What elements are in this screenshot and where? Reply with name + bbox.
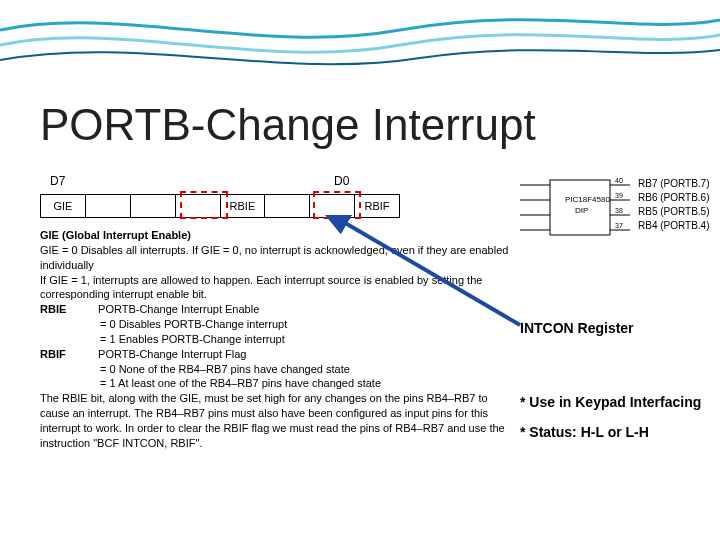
- pin-rb4: RB4 (PORTB.4): [638, 219, 710, 233]
- reg-cell-5: [265, 194, 310, 218]
- pin-rb7: RB7 (PORTB.7): [638, 177, 710, 191]
- bit-label-d7: D7: [50, 174, 65, 188]
- register-row: GIE RBIE RBIF: [40, 194, 400, 218]
- svg-text:DIP: DIP: [575, 206, 588, 215]
- rbie-label: RBIE: [40, 302, 95, 317]
- rbie-eq1: = 1 Enables PORTB-Change interrupt: [40, 332, 510, 347]
- side-notes: INTCON Register * Use in Keypad Interfac…: [520, 320, 715, 454]
- header-waves: [0, 0, 720, 80]
- svg-text:PIC18F4580: PIC18F4580: [565, 195, 610, 204]
- reg-cell-1: [86, 194, 131, 218]
- svg-text:40: 40: [615, 177, 623, 184]
- bit-label-d0: D0: [334, 174, 349, 188]
- reg-cell-3: [176, 194, 221, 218]
- gie-heading: GIE (Global Interrupt Enable): [40, 229, 191, 241]
- pin-diagram: PIC18F4580 DIP 40 39 38 37 RB7 (PORTB.7)…: [520, 175, 710, 259]
- note-keypad: * Use in Keypad Interfacing: [520, 394, 715, 410]
- rbie-eq0: = 0 Disables PORTB-Change interrupt: [40, 317, 510, 332]
- reg-cell-gie: GIE: [40, 194, 86, 218]
- rbif-eq0: = 0 None of the RB4–RB7 pins have change…: [40, 362, 510, 377]
- description-block: GIE (Global Interrupt Enable) GIE = 0 Di…: [40, 228, 510, 451]
- reg-cell-2: [131, 194, 176, 218]
- gie-line2: If GIE = 1, interrupts are allowed to ha…: [40, 274, 482, 301]
- content-area: D7 D0 GIE RBIE RBIF GIE (Global Interrup…: [30, 170, 570, 451]
- svg-text:38: 38: [615, 207, 623, 214]
- reg-cell-6: [310, 194, 355, 218]
- slide-title: PORTB-Change Interrupt: [40, 100, 536, 150]
- note-status: * Status: H-L or L-H: [520, 424, 715, 440]
- rbie-text: PORTB-Change Interrupt Enable: [98, 302, 498, 317]
- reg-cell-rbie: RBIE: [221, 194, 266, 218]
- svg-text:37: 37: [615, 222, 623, 229]
- svg-text:39: 39: [615, 192, 623, 199]
- desc-tail: The RBIE bit, along with the GIE, must b…: [40, 392, 505, 449]
- note-intcon: INTCON Register: [520, 320, 715, 336]
- rbif-eq1: = 1 At least one of the RB4–RB7 pins hav…: [40, 376, 510, 391]
- reg-cell-rbif: RBIF: [355, 194, 400, 218]
- rbif-label: RBIF: [40, 347, 95, 362]
- rbif-text: PORTB-Change Interrupt Flag: [98, 347, 498, 362]
- gie-line1: GIE = 0 Disables all interrupts. If GIE …: [40, 244, 508, 271]
- pin-rb5: RB5 (PORTB.5): [638, 205, 710, 219]
- pin-rb6: RB6 (PORTB.6): [638, 191, 710, 205]
